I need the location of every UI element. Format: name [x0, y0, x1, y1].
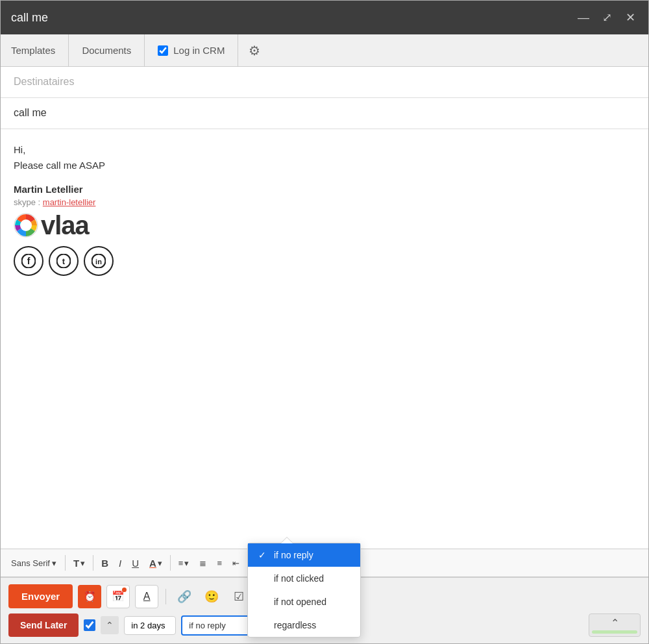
bold-icon: B	[101, 558, 108, 569]
underline-button[interactable]: U	[127, 555, 143, 571]
documents-tab[interactable]: Documents	[69, 34, 145, 66]
dropdown-arrow-inner	[281, 538, 293, 543]
dropdown-item-label: if not opened	[274, 597, 326, 607]
link-button[interactable]: 🔗	[173, 586, 195, 608]
schedule-icon-button[interactable]: ⏰	[78, 585, 101, 608]
vlaa-icon	[14, 213, 38, 238]
font-a-button[interactable]: A	[135, 585, 158, 608]
font-color-button[interactable]: A ▾	[145, 555, 167, 571]
calendar-dot	[122, 588, 127, 592]
twitter-icon[interactable]: t	[49, 246, 79, 276]
recipients-row[interactable]: Destinataires	[1, 67, 648, 98]
indent-less-icon: ⇤	[232, 558, 239, 568]
font-size-icon: T	[73, 558, 79, 569]
signature-name: Martin Letellier	[14, 184, 635, 195]
font-family-label: Sans Serif	[11, 558, 50, 568]
svg-point-1	[20, 219, 32, 231]
bullet-list-icon: ≡	[217, 558, 222, 568]
dropdown-item-label: if no reply	[274, 550, 313, 560]
italic-icon: I	[119, 558, 121, 569]
main-toolbar: Templates Documents Log in CRM ⚙	[1, 34, 648, 67]
close-button[interactable]: ✕	[622, 10, 638, 25]
subject-row[interactable]: call me	[1, 98, 648, 129]
maximize-button[interactable]: ⤢	[599, 10, 615, 25]
send-button[interactable]: Envoyer	[8, 584, 73, 608]
email-body[interactable]: Hi, Please call me ASAP Martin Letellier…	[1, 129, 648, 549]
svg-text:t: t	[62, 256, 66, 266]
numbered-list-button[interactable]: ≣	[195, 556, 211, 571]
calendar-button[interactable]: 📅	[106, 585, 130, 608]
facebook-icon[interactable]: f	[14, 246, 43, 276]
vlaa-text: vlaa	[41, 212, 89, 238]
progress-bar	[592, 630, 637, 634]
separator	[65, 555, 66, 571]
documents-label: Documents	[82, 45, 131, 56]
numbered-list-icon: ≣	[199, 558, 206, 568]
italic-button[interactable]: I	[114, 555, 126, 571]
send-later-checkbox[interactable]	[84, 619, 95, 631]
subject-text: call me	[14, 107, 47, 118]
chevron-up-icon: ⌃	[611, 617, 619, 629]
window-title: call me	[11, 11, 576, 25]
calendar-icon: 📅	[112, 590, 125, 602]
format-toolbar: Sans Serif ▾ T ▾ B I U A ▾ ≡ ▾ ≣	[1, 549, 648, 577]
clock-icon: ⏰	[84, 591, 96, 602]
svg-text:in: in	[95, 258, 102, 266]
indent-less-button[interactable]: ⇤	[228, 556, 244, 571]
separator	[165, 589, 166, 604]
emoji-button[interactable]: 🙂	[201, 586, 223, 608]
settings-button[interactable]: ⚙	[238, 43, 271, 58]
gear-icon: ⚙	[249, 43, 260, 58]
recipients-placeholder: Destinataires	[14, 76, 74, 87]
log-crm-checkbox[interactable]	[158, 45, 168, 56]
separator	[93, 555, 93, 571]
titlebar: call me — ⤢ ✕	[1, 1, 648, 34]
chevron-up-button[interactable]: ⌃	[101, 616, 119, 634]
dropdown-item-label: if not clicked	[274, 573, 324, 584]
link-icon: 🔗	[177, 589, 191, 604]
if-no-reply-input[interactable]	[181, 615, 252, 636]
templates-label: Templates	[11, 45, 55, 56]
in-days-input[interactable]	[124, 616, 176, 635]
linkedin-icon[interactable]: in	[84, 246, 114, 276]
log-in-crm-tab[interactable]: Log in CRM	[145, 34, 238, 66]
dropdown-arrow	[280, 537, 293, 543]
dropdown-item-if-not-clicked[interactable]: if not clicked	[248, 567, 360, 590]
log-crm-label: Log in CRM	[173, 45, 225, 56]
body-greeting: Hi, Please call me ASAP	[14, 142, 635, 173]
minimize-button[interactable]: —	[576, 10, 591, 25]
dropdown-item-if-no-reply[interactable]: ✓ if no reply	[248, 543, 360, 567]
templates-tab[interactable]: Templates	[11, 34, 69, 66]
align-icon: ≡	[178, 558, 184, 568]
dropdown-item-label: regardless	[274, 620, 316, 630]
dropdown-item-if-not-opened[interactable]: if not opened	[248, 590, 360, 613]
bullet-list-button[interactable]: ≡	[212, 556, 227, 571]
chevron-up-icon: ⌃	[106, 620, 114, 630]
checkbox-icon: ☑	[234, 589, 244, 604]
font-color-icon: A	[149, 558, 156, 569]
font-family-select[interactable]: Sans Serif ▾	[6, 556, 62, 571]
separator	[170, 555, 171, 571]
emoji-icon: 🙂	[204, 589, 219, 604]
font-dropdown-icon: ▾	[52, 558, 56, 568]
send-later-button[interactable]: Send Later	[8, 613, 79, 637]
scroll-up-button[interactable]: ⌃	[589, 613, 641, 637]
align-button[interactable]: ≡ ▾	[174, 556, 194, 571]
underline-icon: U	[132, 558, 139, 569]
font-a-icon: A	[143, 591, 151, 602]
font-size-button[interactable]: T ▾	[69, 555, 90, 571]
vlaa-logo: vlaa	[14, 212, 635, 238]
skype-link[interactable]: martin-letellier	[43, 197, 96, 207]
signature-skype: skype : martin-letellier	[14, 197, 635, 207]
check-icon: ✓	[258, 550, 269, 560]
window-controls: — ⤢ ✕	[576, 10, 638, 25]
condition-dropdown: ✓ if no reply if not clicked if not open…	[247, 543, 361, 638]
bold-button[interactable]: B	[97, 555, 113, 571]
dropdown-item-regardless[interactable]: regardless	[248, 613, 360, 637]
email-compose-window: call me — ⤢ ✕ Templates Documents Log in…	[0, 0, 649, 644]
svg-text:f: f	[27, 256, 31, 266]
social-icons-row: f t in	[14, 246, 635, 276]
